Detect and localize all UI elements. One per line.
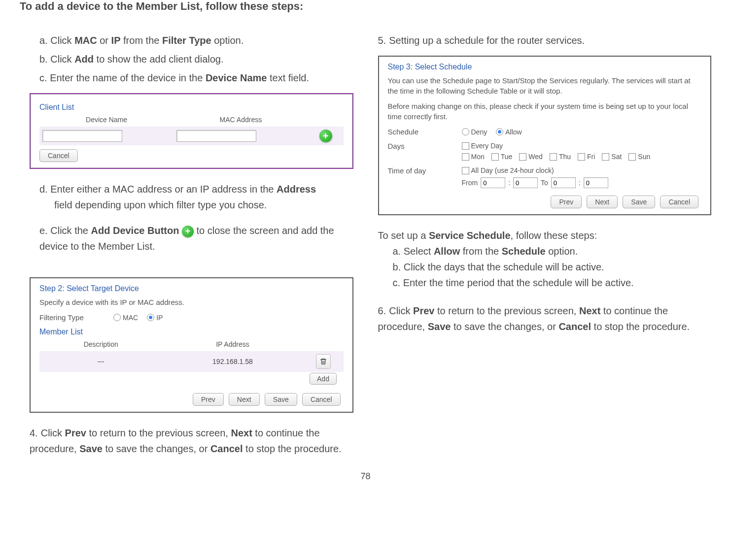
target-device-screenshot: Step 2: Select Target Device Specify a d… bbox=[30, 277, 353, 413]
col-device-name: Device Name bbox=[39, 113, 174, 127]
plus-icon: + bbox=[182, 226, 194, 237]
cancel-button[interactable]: Cancel bbox=[302, 393, 341, 406]
step-4: 4.Click Prev to return to the previous s… bbox=[20, 425, 353, 457]
member-list-title: Member List bbox=[39, 328, 344, 336]
all-day-checkbox[interactable]: All Day (use 24-hour clock) bbox=[462, 166, 554, 174]
step3-desc2: Before making change on this, please che… bbox=[388, 101, 702, 122]
setup-step-a: a. Select Allow from the Schedule option… bbox=[378, 243, 712, 259]
page-body: a. Click MAC or IP from the Filter Type … bbox=[0, 28, 731, 466]
thu-checkbox[interactable]: Thu bbox=[550, 153, 571, 161]
step2-title: Step 2: Select Target Device bbox=[39, 284, 344, 293]
allow-radio[interactable]: Allow bbox=[496, 128, 522, 136]
wed-checkbox[interactable]: Wed bbox=[519, 153, 543, 161]
add-device-icon[interactable]: + bbox=[319, 130, 332, 142]
filter-ip-radio[interactable]: IP bbox=[147, 314, 163, 322]
setup-step-b: b. Click the days that the schedule will… bbox=[378, 259, 712, 275]
sat-checkbox[interactable]: Sat bbox=[602, 153, 622, 161]
member-list-table: Description IP Address --- 192.168.1.58 … bbox=[39, 337, 344, 386]
col-ip-address: IP Address bbox=[162, 337, 303, 351]
step-c: c. Enter the name of the device in the D… bbox=[39, 70, 353, 86]
right-column: 5.Setting up a schedule for the router s… bbox=[378, 33, 712, 457]
steps-after-shot1: d. Enter either a MAC address or an IP a… bbox=[20, 181, 353, 270]
cancel-button[interactable]: Cancel bbox=[660, 196, 698, 208]
trash-icon[interactable] bbox=[316, 354, 331, 369]
step-a: a. Click MAC or IP from the Filter Type … bbox=[39, 33, 353, 48]
table-row: Add bbox=[39, 372, 344, 386]
to-hour-input[interactable] bbox=[551, 177, 576, 188]
every-day-checkbox[interactable]: Every Day bbox=[462, 142, 503, 150]
left-column: a. Click MAC or IP from the Filter Type … bbox=[20, 33, 353, 457]
prev-button[interactable]: Prev bbox=[551, 196, 582, 208]
client-list-table: Device Name MAC Address + bbox=[39, 113, 344, 145]
filter-type-label: Filtering Type bbox=[39, 313, 99, 322]
save-button[interactable]: Save bbox=[623, 196, 655, 208]
mac-address-input[interactable] bbox=[176, 130, 256, 142]
col-mac-address: MAC Address bbox=[174, 113, 308, 127]
next-button[interactable]: Next bbox=[229, 393, 260, 406]
step-6: 6.Click Prev to return to the previous s… bbox=[378, 303, 712, 334]
prev-button[interactable]: Prev bbox=[193, 393, 224, 406]
schedule-label: Schedule bbox=[388, 128, 447, 136]
cancel-button[interactable]: Cancel bbox=[39, 149, 78, 162]
service-schedule-steps: To set up a Service Schedule, follow the… bbox=[378, 228, 712, 291]
add-button[interactable]: Add bbox=[310, 373, 337, 385]
section-heading: To add a device to the Member List, foll… bbox=[0, 0, 731, 13]
step3-title: Step 3: Select Schedule bbox=[388, 63, 702, 71]
client-list-title: Client List bbox=[39, 103, 344, 112]
step-e: e. Click the Add Device Button + to clos… bbox=[39, 223, 353, 270]
to-min-input[interactable] bbox=[584, 177, 608, 188]
save-button[interactable]: Save bbox=[265, 393, 297, 406]
days-label: Days bbox=[388, 142, 447, 150]
device-name-input[interactable] bbox=[42, 130, 122, 142]
from-hour-input[interactable] bbox=[481, 177, 505, 188]
schedule-screenshot: Step 3: Select Schedule You can use the … bbox=[378, 56, 712, 215]
mon-checkbox[interactable]: Mon bbox=[462, 153, 485, 161]
table-row: --- 192.168.1.58 bbox=[39, 351, 344, 372]
fri-checkbox[interactable]: Fri bbox=[578, 153, 595, 161]
filter-mac-radio[interactable]: MAC bbox=[113, 314, 138, 322]
page-number: 78 bbox=[0, 471, 731, 482]
setup-step-c: c. Enter the time period that the schedu… bbox=[378, 275, 712, 291]
time-of-day-label: Time of day bbox=[388, 166, 447, 175]
next-button[interactable]: Next bbox=[587, 196, 618, 208]
col-description: Description bbox=[39, 337, 162, 351]
step2-desc: Specify a device with its IP or MAC addr… bbox=[39, 297, 344, 307]
step-d: d. Enter either a MAC address or an IP a… bbox=[39, 181, 353, 213]
step3-desc1: You can use the Schedule page to Start/S… bbox=[388, 75, 702, 96]
deny-radio[interactable]: Deny bbox=[462, 128, 487, 136]
tue-checkbox[interactable]: Tue bbox=[491, 153, 513, 161]
add-device-steps: a. Click MAC or IP from the Filter Type … bbox=[20, 33, 353, 86]
sun-checkbox[interactable]: Sun bbox=[628, 153, 650, 161]
step-5: 5.Setting up a schedule for the router s… bbox=[378, 33, 712, 48]
step-b: b. Click Add to show the add client dial… bbox=[39, 51, 353, 67]
client-list-screenshot: Client List Device Name MAC Address + Ca… bbox=[30, 93, 353, 169]
from-min-input[interactable] bbox=[513, 177, 538, 188]
